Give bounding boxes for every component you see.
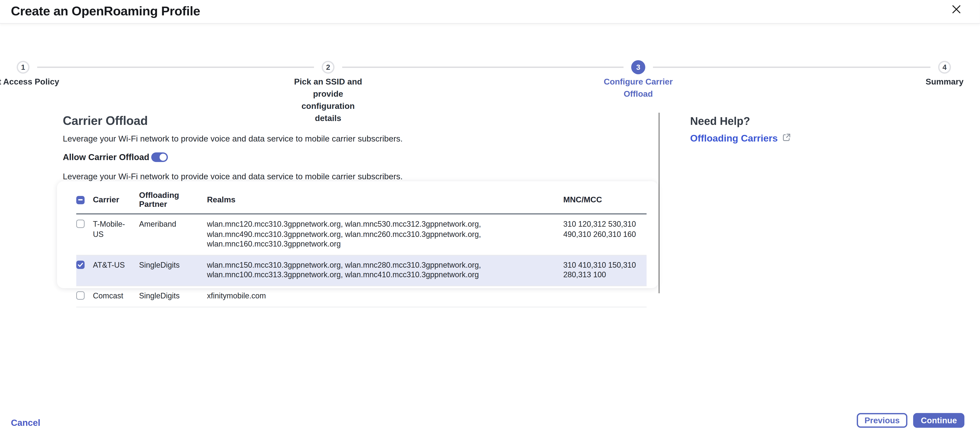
previous-button[interactable]: Previous bbox=[857, 413, 907, 428]
table-row-att[interactable]: AT&T-US SingleDigits wlan.mnc150.mcc310.… bbox=[76, 255, 647, 286]
step-connector-2-3 bbox=[342, 67, 624, 68]
column-header-carrier: Carrier bbox=[93, 186, 139, 214]
allow-carrier-offload-label: Allow Carrier Offload bbox=[63, 152, 149, 162]
cell-carrier: Comcast bbox=[93, 286, 139, 307]
dialog-title: Create an OpenRoaming Profile bbox=[11, 4, 200, 19]
cell-partner: SingleDigits bbox=[139, 255, 207, 286]
step-2-label: Pick an SSID and provide configuration d… bbox=[290, 76, 366, 124]
row-checkbox[interactable] bbox=[76, 220, 84, 228]
create-openroaming-profile-dialog: Create an OpenRoaming Profile 1 Set Acce… bbox=[0, 0, 980, 435]
column-header-mnc: MNC/MCC bbox=[563, 186, 647, 214]
step-connector-3-4 bbox=[653, 67, 931, 68]
step-4-number: 4 bbox=[942, 64, 947, 71]
allow-carrier-offload-row: Allow Carrier Offload bbox=[63, 152, 168, 162]
step-connector-1-2 bbox=[37, 67, 314, 68]
close-icon bbox=[951, 4, 961, 16]
cell-carrier: AT&T-US bbox=[93, 255, 139, 286]
step-3-label: Configure Carrier Offload bbox=[600, 76, 676, 100]
check-icon bbox=[77, 261, 84, 268]
cell-mnc: 310 410,310 150,310 280,313 100 bbox=[563, 255, 647, 286]
continue-button[interactable]: Continue bbox=[913, 413, 965, 428]
column-header-realms: Realms bbox=[207, 186, 563, 214]
offloading-carriers-link[interactable]: Offloading Carriers bbox=[690, 133, 791, 143]
section-title-carrier-offload: Carrier Offload bbox=[63, 114, 148, 128]
step-2-number: 2 bbox=[326, 64, 330, 71]
footer-buttons: Previous Continue bbox=[857, 413, 965, 428]
cell-partner: Ameriband bbox=[139, 214, 207, 255]
cell-mnc: 310 120,312 530,310 490,310 260,310 160 bbox=[563, 214, 647, 255]
close-button[interactable] bbox=[951, 5, 962, 16]
cancel-button[interactable]: Cancel bbox=[11, 418, 40, 428]
step-3-number: 3 bbox=[636, 64, 640, 71]
toggle-knob bbox=[159, 154, 167, 161]
cell-partner: SingleDigits bbox=[139, 286, 207, 307]
carrier-offload-description: Leverage your Wi-Fi network to provide v… bbox=[63, 134, 402, 143]
select-all-checkbox[interactable] bbox=[76, 196, 84, 204]
carriers-table-card: Carrier Offloading Partner Realms MNC/MC… bbox=[57, 181, 658, 288]
offloading-carriers-link-label: Offloading Carriers bbox=[690, 133, 778, 143]
table-row-comcast[interactable]: Comcast SingleDigits xfinitymobile.com bbox=[76, 286, 647, 307]
step-4-label: Summary bbox=[905, 76, 980, 88]
table-header-row: Carrier Offloading Partner Realms MNC/MC… bbox=[76, 186, 647, 214]
step-1-number: 1 bbox=[21, 64, 25, 71]
step-4-circle[interactable]: 4 bbox=[938, 61, 951, 74]
need-help-title: Need Help? bbox=[690, 115, 750, 128]
cell-realms: wlan.mnc150.mcc310.3gppnetwork.org, wlan… bbox=[207, 255, 563, 286]
allow-carrier-offload-toggle[interactable] bbox=[151, 152, 168, 162]
row-checkbox[interactable] bbox=[76, 260, 84, 269]
cell-carrier: T-Mobile-US bbox=[93, 214, 139, 255]
step-2-circle[interactable]: 2 bbox=[322, 61, 334, 74]
column-header-partner: Offloading Partner bbox=[139, 186, 207, 214]
carrier-offload-description-2: Leverage your Wi-Fi network to provide v… bbox=[63, 171, 402, 181]
cell-realms: wlan.mnc120.mcc310.3gppnetwork.org, wlan… bbox=[207, 214, 563, 255]
cell-realms: xfinitymobile.com bbox=[207, 286, 563, 307]
cell-mnc bbox=[563, 286, 647, 307]
indeterminate-minus-icon bbox=[78, 199, 83, 200]
step-1-label: Set Access Policy bbox=[0, 76, 64, 88]
wizard-stepper: 1 Set Access Policy 2 Pick an SSID and p… bbox=[0, 24, 980, 88]
step-1-circle[interactable]: 1 bbox=[17, 61, 29, 74]
content-divider bbox=[659, 113, 659, 293]
row-checkbox[interactable] bbox=[76, 291, 84, 300]
carriers-table: Carrier Offloading Partner Realms MNC/MC… bbox=[76, 186, 647, 307]
dialog-header: Create an OpenRoaming Profile bbox=[0, 0, 980, 24]
table-row-tmobile[interactable]: T-Mobile-US Ameriband wlan.mnc120.mcc310… bbox=[76, 214, 647, 255]
step-3-circle[interactable]: 3 bbox=[631, 60, 645, 74]
external-link-icon bbox=[782, 133, 791, 143]
